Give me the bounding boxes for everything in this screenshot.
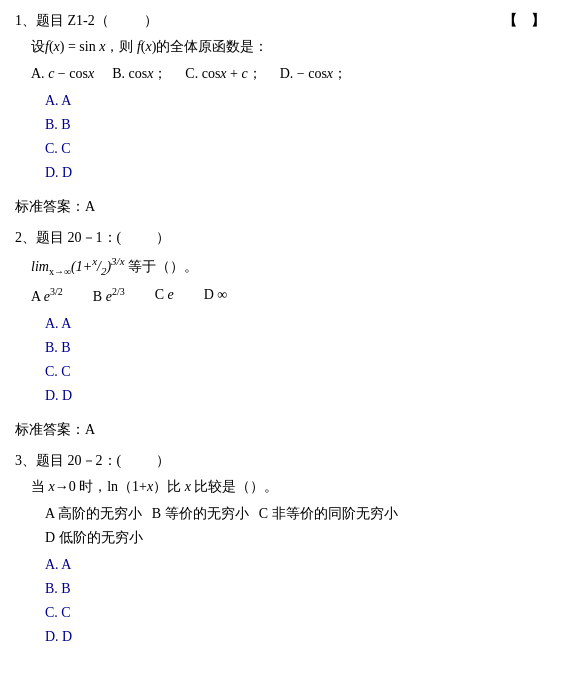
- q3-options-line2: D 低阶的无穷小: [45, 527, 565, 549]
- q1-choices: A. A B. B C. C D. D: [45, 89, 565, 184]
- q2-choices: A. A B. B C. C D. D: [45, 312, 565, 407]
- q3-options: A 高阶的无穷小 B 等价的无穷小 C 非等价的同阶无穷小 D 低阶的无穷小: [45, 503, 565, 550]
- q3-option-d[interactable]: D 低阶的无穷小: [45, 530, 143, 545]
- q1-option-a[interactable]: A. c − cosx: [31, 63, 94, 85]
- question-1: 1、题目 Z1-2（ ） 【 】 设f(x) = sin x，则 f(x)的全体…: [15, 10, 565, 184]
- q1-choice-b[interactable]: B. B: [45, 113, 565, 137]
- q2-choice-b[interactable]: B. B: [45, 336, 565, 360]
- q3-choice-a[interactable]: A. A: [45, 553, 565, 577]
- question-2: 2、题目 20－1：( ） limx→∞(1+x/2)3/x 等于（）。 A e…: [15, 227, 565, 408]
- q2-option-c[interactable]: C e: [155, 284, 174, 308]
- q2-options-row: A e3/2 B e2/3 C e D ∞: [31, 284, 565, 308]
- q3-options-line1: A 高阶的无穷小 B 等价的无穷小 C 非等价的同阶无穷小: [45, 503, 565, 525]
- q2-option-a[interactable]: A e3/2: [31, 284, 63, 308]
- q3-option-b[interactable]: B 等价的无穷小: [152, 503, 249, 525]
- q3-option-a[interactable]: A 高阶的无穷小: [45, 503, 142, 525]
- q1-option-c[interactable]: C. cosx + c；: [185, 63, 261, 85]
- q1-choice-d[interactable]: D. D: [45, 161, 565, 185]
- question-3: 3、题目 20－2：( ） 当 x→0 时，ln（1+x）比 x 比较是（）。 …: [15, 450, 565, 649]
- q2-option-d[interactable]: D ∞: [204, 284, 228, 308]
- q2-choice-c[interactable]: C. C: [45, 360, 565, 384]
- q1-choice-c[interactable]: C. C: [45, 137, 565, 161]
- q1-standard-answer: 标准答案：A: [15, 196, 565, 218]
- q1-options-row: A. c − cosx B. cosx； C. cosx + c； D. − c…: [31, 63, 565, 85]
- q3-choice-c[interactable]: C. C: [45, 601, 565, 625]
- q3-choice-b[interactable]: B. B: [45, 577, 565, 601]
- q1-option-d[interactable]: D. − cosx；: [280, 63, 347, 85]
- q3-choice-d[interactable]: D. D: [45, 625, 565, 649]
- q1-title: 1、题目 Z1-2（ ） 【 】: [15, 10, 565, 32]
- q2-standard-answer: 标准答案：A: [15, 419, 565, 441]
- q2-choice-a[interactable]: A. A: [45, 312, 565, 336]
- q2-stem: limx→∞(1+x/2)3/x 等于（）。: [31, 253, 565, 280]
- q2-title: 2、题目 20－1：( ）: [15, 227, 565, 249]
- q1-bracket: 【 】: [503, 10, 545, 32]
- q3-title: 3、题目 20－2：( ）: [15, 450, 565, 472]
- q1-choice-a[interactable]: A. A: [45, 89, 565, 113]
- q2-option-b[interactable]: B e2/3: [93, 284, 125, 308]
- q2-choice-d[interactable]: D. D: [45, 384, 565, 408]
- q3-stem: 当 x→0 时，ln（1+x）比 x 比较是（）。: [31, 476, 565, 498]
- q3-option-c[interactable]: C 非等价的同阶无穷小: [259, 503, 398, 525]
- q1-option-b[interactable]: B. cosx；: [112, 63, 167, 85]
- q3-choices: A. A B. B C. C D. D: [45, 553, 565, 648]
- q1-stem: 设f(x) = sin x，则 f(x)的全体原函数是：: [31, 36, 565, 58]
